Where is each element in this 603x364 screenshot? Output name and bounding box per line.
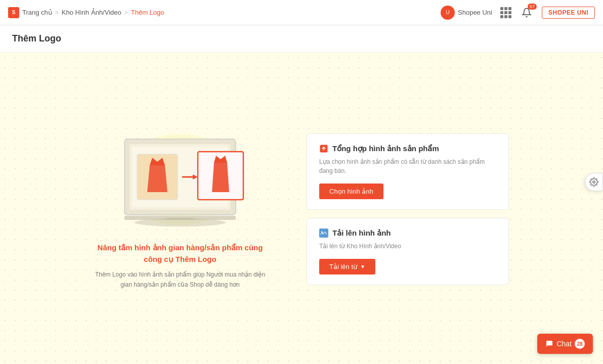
header-right: U Shopee Uni 67 SHOPEE UNI bbox=[441, 6, 595, 20]
notification-button[interactable]: 67 bbox=[520, 6, 534, 20]
chat-label: Chat bbox=[556, 340, 572, 348]
breadcrumb-sep2: > bbox=[124, 9, 128, 16]
svg-marker-4 bbox=[147, 162, 167, 192]
breadcrumb-media[interactable]: Kho Hình Ảnh/Video bbox=[62, 9, 121, 16]
options-section: Tổng hợp hình ảnh sản phẩm Lựa chọn hình… bbox=[307, 133, 509, 285]
header: S Trang chủ > Kho Hình Ảnh/Video > Thêm … bbox=[0, 0, 603, 25]
page-title-bar: Thêm Logo bbox=[0, 25, 603, 53]
chat-button[interactable]: Chat 28 bbox=[537, 334, 593, 354]
svg-point-17 bbox=[321, 231, 323, 233]
option-2-icon bbox=[319, 229, 328, 238]
shopee-uni-button[interactable]: SHOPEE UNI bbox=[542, 7, 595, 19]
illustration-desc: Thêm Logo vào hình ảnh sản phẩm giúp Ngư… bbox=[94, 270, 266, 289]
upload-arrow-icon: ▼ bbox=[360, 264, 365, 269]
option-1-title-row: Tổng hợp hình ảnh sản phẩm bbox=[319, 144, 496, 153]
option-1-icon bbox=[319, 144, 328, 153]
option-1-title: Tổng hợp hình ảnh sản phẩm bbox=[332, 144, 439, 153]
floating-settings-button[interactable] bbox=[585, 173, 603, 191]
laptop-illustration bbox=[104, 129, 256, 230]
chat-icon bbox=[545, 340, 553, 348]
choose-image-button[interactable]: Chọn hình ảnh bbox=[319, 184, 383, 199]
illustration-section: Nâng tầm hình ảnh gian hàng/sản phẩm cùn… bbox=[94, 129, 266, 289]
svg-point-18 bbox=[593, 181, 595, 184]
illustration-title: Nâng tầm hình ảnh gian hàng/sản phẩm cùn… bbox=[94, 242, 266, 265]
option-2-title-row: Tải lên hình ảnh bbox=[319, 229, 496, 238]
option-card-1: Tổng hợp hình ảnh sản phẩm Lựa chọn hình… bbox=[307, 133, 509, 210]
shopee-uni-label: Shopee Uni bbox=[458, 9, 492, 16]
option-2-title: Tải lên hình ảnh bbox=[332, 229, 391, 238]
breadcrumb-sep1: > bbox=[55, 9, 59, 16]
shopee-uni-section: U Shopee Uni bbox=[441, 6, 492, 20]
main-content: Nâng tầm hình ảnh gian hàng/sản phẩm cùn… bbox=[0, 53, 603, 364]
option-card-2: Tải lên hình ảnh Tải lên từ Kho Hình ảnh… bbox=[307, 218, 509, 285]
breadcrumb-current: Thêm Logo bbox=[131, 9, 164, 16]
option-1-desc: Lựa chọn hình ảnh sản phẩm có sẵn từ dan… bbox=[319, 157, 496, 175]
breadcrumb-home[interactable]: Trang chủ bbox=[22, 9, 52, 16]
upload-button-label: Tải lên từ bbox=[329, 263, 357, 270]
upload-button[interactable]: Tải lên từ ▼ bbox=[319, 259, 375, 275]
header-left: S Trang chủ > Kho Hình Ảnh/Video > Thêm … bbox=[8, 7, 164, 18]
page-title: Thêm Logo bbox=[12, 33, 591, 44]
grid-icon[interactable] bbox=[500, 7, 511, 18]
notification-badge: 67 bbox=[528, 4, 537, 10]
laptop-svg bbox=[104, 129, 256, 230]
option-2-desc: Tải lên từ Kho Hình ảnh/Video bbox=[319, 242, 496, 251]
svg-point-14 bbox=[135, 218, 226, 226]
shopee-uni-icon: U bbox=[441, 6, 455, 20]
svg-marker-10 bbox=[212, 159, 229, 192]
shopee-logo: S bbox=[8, 7, 19, 18]
chat-badge: 28 bbox=[575, 339, 585, 349]
